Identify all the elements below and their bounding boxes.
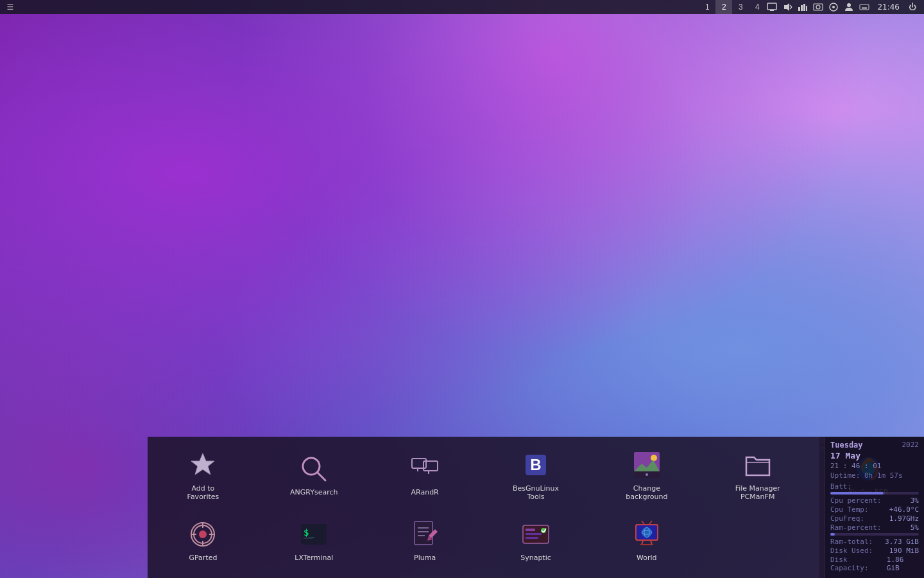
sysinfo-uptime-val: 0h 1m 57s (864, 471, 903, 480)
sysinfo-cpu-pct-val: 3% (911, 496, 919, 505)
sysinfo-ram-fill (830, 533, 835, 536)
svg-rect-8 (806, 6, 807, 11)
workspace-3[interactable]: 3 (732, 0, 749, 14)
stats-icon[interactable] (796, 0, 809, 14)
svg-marker-22 (191, 453, 214, 475)
add-favorites-label: Add toFavorites (187, 484, 219, 501)
workspace-4[interactable]: 4 (749, 0, 766, 14)
sysinfo-cpu-temp: Cpu Temp: +46.0°C (830, 505, 919, 514)
user-icon[interactable] (843, 0, 855, 14)
sysinfo-year: 2022 (902, 441, 920, 450)
sysinfo-disk-cap-val: 1.86 GiB (887, 556, 919, 572)
svg-rect-6 (801, 5, 803, 11)
synaptic-label: Synaptic (520, 554, 551, 562)
sysinfo-day-name: Tuesday (830, 441, 863, 450)
lxterminal-icon: $_ (297, 518, 330, 551)
sysinfo-widget: Tuesday 2022 17 May 21 : 46 : 01 Uptime:… (825, 437, 924, 578)
app-world[interactable]: World (591, 507, 702, 573)
sysinfo-day-num: 17 May (830, 451, 919, 460)
panel-left: ☰ (0, 0, 18, 14)
svg-line-3 (790, 5, 792, 7)
sysinfo-battery-fill (830, 492, 884, 495)
top-panel: ☰ 1 2 3 4 (0, 0, 924, 14)
workspace-2[interactable]: 2 (715, 0, 732, 14)
sysinfo-header: Tuesday 2022 (830, 441, 919, 450)
power-button[interactable]: ⏻ (906, 0, 919, 14)
svg-text:$_: $_ (304, 527, 314, 538)
svg-point-10 (816, 5, 820, 9)
app-synaptic[interactable]: Synaptic (481, 507, 592, 573)
sysinfo-ram-pct-val: 5% (911, 523, 919, 532)
clock: 21:46 (873, 3, 903, 12)
svg-rect-56 (526, 533, 542, 535)
app-add-favorites[interactable]: Add toFavorites (148, 442, 259, 507)
svg-text:B: B (530, 456, 541, 473)
keyboard-icon[interactable] (858, 0, 871, 14)
menu-button[interactable]: ☰ (3, 0, 18, 14)
sysinfo-disk-used: Disk Used: 190 MiB (830, 547, 919, 555)
sysinfo-battery: Batt: (830, 482, 919, 491)
change-bg-icon (630, 448, 663, 482)
app-arandr[interactable]: ARandR (370, 442, 481, 507)
svg-line-24 (318, 473, 325, 480)
workspace-switcher: 1 2 3 4 (699, 0, 766, 14)
synaptic-icon (519, 518, 552, 551)
pluma-label: Pluma (414, 554, 436, 562)
sysinfo-cpu-temp-label: Cpu Temp: (830, 505, 869, 514)
sysinfo-ram-percent: Ram-percent: 5% (830, 523, 919, 532)
arandr-icon (408, 452, 441, 486)
svg-rect-14 (860, 4, 869, 10)
world-icon (630, 518, 663, 551)
svg-marker-2 (784, 3, 789, 11)
svg-rect-55 (526, 529, 535, 531)
svg-rect-1 (770, 10, 774, 11)
svg-point-12 (832, 6, 835, 8)
app-file-manager[interactable]: File ManagerPCManFM (702, 442, 813, 507)
app-pluma[interactable]: Pluma (370, 507, 481, 573)
app-gparted[interactable]: GParted (148, 507, 259, 573)
sysinfo-ram-total-val: 3.73 GiB (885, 538, 919, 546)
photo-icon[interactable] (812, 0, 825, 14)
arandr-label: ARandR (411, 488, 439, 496)
record-icon[interactable] (827, 0, 840, 14)
file-manager-icon (741, 448, 774, 482)
file-manager-label: File ManagerPCManFM (735, 484, 780, 501)
sysinfo-disk-cap: Disk Capacity: 1.86 GiB (830, 556, 919, 572)
svg-rect-7 (803, 4, 805, 11)
workspace-1[interactable]: 1 (699, 0, 715, 14)
desktop: ☰ 1 2 3 4 (0, 0, 924, 578)
svg-rect-0 (767, 3, 776, 10)
world-label: World (637, 554, 657, 562)
app-grid: Add toFavorites ANGRYsearch (148, 437, 924, 578)
gparted-label: GParted (189, 554, 217, 562)
angry-search-label: ANGRYsearch (290, 488, 338, 496)
sysinfo-uptime-label: Uptime: (830, 471, 860, 480)
gparted-icon (186, 518, 219, 551)
sysinfo-battery-bar (830, 492, 919, 495)
svg-point-63 (642, 527, 652, 538)
sysinfo-battery-label: Batt: (830, 482, 851, 491)
svg-point-35 (646, 473, 648, 476)
sysinfo-ram-pct-label: Ram-percent: (830, 523, 881, 532)
sysinfo-ram-total-label: Ram-total: (830, 538, 873, 546)
svg-line-4 (790, 7, 792, 9)
pluma-icon (408, 518, 441, 551)
app-angry-search[interactable]: ANGRYsearch (259, 442, 370, 507)
app-bes-gnu[interactable]: B BesGnuLinuxTools (481, 442, 592, 507)
svg-point-32 (651, 455, 657, 461)
sysinfo-ram-total: Ram-total: 3.73 GiB (830, 538, 919, 546)
app-change-bg[interactable]: Changebackground (591, 442, 702, 507)
sysinfo-disk-cap-label: Disk Capacity: (830, 556, 887, 572)
app-empty-1 (702, 507, 813, 573)
sysinfo-disk-used-val: 190 MiB (889, 547, 919, 555)
sysinfo-uptime: Uptime: 0h 1m 57s (830, 471, 919, 480)
angry-search-icon (297, 452, 330, 486)
app-lxterminal[interactable]: $_ LXTerminal (259, 507, 370, 573)
sysinfo-cpu-temp-val: +46.0°C (889, 505, 919, 514)
display-icon[interactable] (766, 0, 778, 14)
volume-icon[interactable] (781, 0, 794, 14)
sysinfo-cpu-freq: CpuFreq: 1.97GHz (830, 514, 919, 523)
sysinfo-cpu-pct-label: Cpu percent: (830, 496, 881, 505)
svg-line-69 (642, 521, 644, 524)
sysinfo-time: 21 : 46 : 01 (830, 462, 919, 470)
